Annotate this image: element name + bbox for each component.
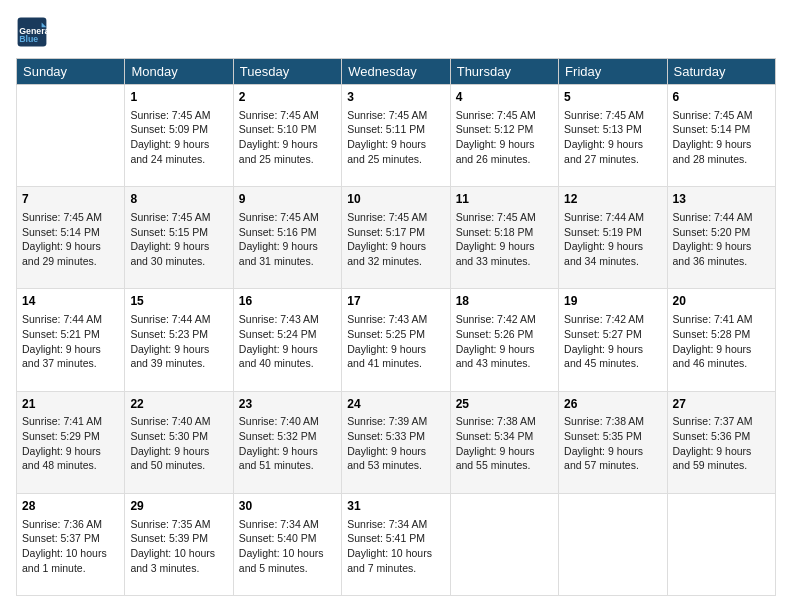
- weekday-header-tuesday: Tuesday: [233, 59, 341, 85]
- day-cell: 4Sunrise: 7:45 AMSunset: 5:12 PMDaylight…: [450, 85, 558, 187]
- day-number: 1: [130, 89, 227, 106]
- day-cell: 22Sunrise: 7:40 AMSunset: 5:30 PMDayligh…: [125, 391, 233, 493]
- day-info: Sunrise: 7:45 AMSunset: 5:11 PMDaylight:…: [347, 109, 427, 165]
- day-cell: 23Sunrise: 7:40 AMSunset: 5:32 PMDayligh…: [233, 391, 341, 493]
- day-number: 19: [564, 293, 661, 310]
- day-number: 10: [347, 191, 444, 208]
- day-info: Sunrise: 7:45 AMSunset: 5:09 PMDaylight:…: [130, 109, 210, 165]
- day-number: 9: [239, 191, 336, 208]
- day-info: Sunrise: 7:42 AMSunset: 5:26 PMDaylight:…: [456, 313, 536, 369]
- day-number: 24: [347, 396, 444, 413]
- day-info: Sunrise: 7:41 AMSunset: 5:28 PMDaylight:…: [673, 313, 753, 369]
- day-cell: 6Sunrise: 7:45 AMSunset: 5:14 PMDaylight…: [667, 85, 775, 187]
- day-cell: 2Sunrise: 7:45 AMSunset: 5:10 PMDaylight…: [233, 85, 341, 187]
- weekday-header-row: SundayMondayTuesdayWednesdayThursdayFrid…: [17, 59, 776, 85]
- day-cell: 5Sunrise: 7:45 AMSunset: 5:13 PMDaylight…: [559, 85, 667, 187]
- day-info: Sunrise: 7:44 AMSunset: 5:20 PMDaylight:…: [673, 211, 753, 267]
- day-cell: 1Sunrise: 7:45 AMSunset: 5:09 PMDaylight…: [125, 85, 233, 187]
- day-info: Sunrise: 7:38 AMSunset: 5:34 PMDaylight:…: [456, 415, 536, 471]
- day-info: Sunrise: 7:45 AMSunset: 5:14 PMDaylight:…: [22, 211, 102, 267]
- weekday-header-wednesday: Wednesday: [342, 59, 450, 85]
- day-number: 13: [673, 191, 770, 208]
- day-number: 15: [130, 293, 227, 310]
- day-number: 26: [564, 396, 661, 413]
- calendar-page: General Blue SundayMondayTuesdayWednesda…: [0, 0, 792, 612]
- day-number: 4: [456, 89, 553, 106]
- week-row-3: 14Sunrise: 7:44 AMSunset: 5:21 PMDayligh…: [17, 289, 776, 391]
- day-info: Sunrise: 7:43 AMSunset: 5:25 PMDaylight:…: [347, 313, 427, 369]
- day-number: 3: [347, 89, 444, 106]
- day-number: 17: [347, 293, 444, 310]
- day-info: Sunrise: 7:41 AMSunset: 5:29 PMDaylight:…: [22, 415, 102, 471]
- day-cell: 16Sunrise: 7:43 AMSunset: 5:24 PMDayligh…: [233, 289, 341, 391]
- day-info: Sunrise: 7:45 AMSunset: 5:12 PMDaylight:…: [456, 109, 536, 165]
- day-cell: 15Sunrise: 7:44 AMSunset: 5:23 PMDayligh…: [125, 289, 233, 391]
- day-number: 29: [130, 498, 227, 515]
- day-number: 2: [239, 89, 336, 106]
- day-info: Sunrise: 7:36 AMSunset: 5:37 PMDaylight:…: [22, 518, 107, 574]
- day-info: Sunrise: 7:38 AMSunset: 5:35 PMDaylight:…: [564, 415, 644, 471]
- day-cell: [17, 85, 125, 187]
- day-cell: 13Sunrise: 7:44 AMSunset: 5:20 PMDayligh…: [667, 187, 775, 289]
- day-number: 21: [22, 396, 119, 413]
- day-info: Sunrise: 7:45 AMSunset: 5:10 PMDaylight:…: [239, 109, 319, 165]
- day-info: Sunrise: 7:40 AMSunset: 5:32 PMDaylight:…: [239, 415, 319, 471]
- day-info: Sunrise: 7:44 AMSunset: 5:19 PMDaylight:…: [564, 211, 644, 267]
- day-info: Sunrise: 7:45 AMSunset: 5:15 PMDaylight:…: [130, 211, 210, 267]
- day-number: 23: [239, 396, 336, 413]
- day-info: Sunrise: 7:45 AMSunset: 5:18 PMDaylight:…: [456, 211, 536, 267]
- week-row-4: 21Sunrise: 7:41 AMSunset: 5:29 PMDayligh…: [17, 391, 776, 493]
- day-number: 27: [673, 396, 770, 413]
- day-cell: 29Sunrise: 7:35 AMSunset: 5:39 PMDayligh…: [125, 493, 233, 595]
- weekday-header-friday: Friday: [559, 59, 667, 85]
- day-cell: 9Sunrise: 7:45 AMSunset: 5:16 PMDaylight…: [233, 187, 341, 289]
- day-cell: 24Sunrise: 7:39 AMSunset: 5:33 PMDayligh…: [342, 391, 450, 493]
- day-info: Sunrise: 7:37 AMSunset: 5:36 PMDaylight:…: [673, 415, 753, 471]
- day-cell: [667, 493, 775, 595]
- day-info: Sunrise: 7:44 AMSunset: 5:21 PMDaylight:…: [22, 313, 102, 369]
- day-cell: 27Sunrise: 7:37 AMSunset: 5:36 PMDayligh…: [667, 391, 775, 493]
- calendar-table: SundayMondayTuesdayWednesdayThursdayFrid…: [16, 58, 776, 596]
- day-info: Sunrise: 7:45 AMSunset: 5:16 PMDaylight:…: [239, 211, 319, 267]
- page-header: General Blue: [16, 16, 776, 48]
- weekday-header-sunday: Sunday: [17, 59, 125, 85]
- week-row-5: 28Sunrise: 7:36 AMSunset: 5:37 PMDayligh…: [17, 493, 776, 595]
- day-info: Sunrise: 7:42 AMSunset: 5:27 PMDaylight:…: [564, 313, 644, 369]
- day-info: Sunrise: 7:45 AMSunset: 5:14 PMDaylight:…: [673, 109, 753, 165]
- day-number: 7: [22, 191, 119, 208]
- day-info: Sunrise: 7:34 AMSunset: 5:41 PMDaylight:…: [347, 518, 432, 574]
- day-number: 14: [22, 293, 119, 310]
- day-number: 16: [239, 293, 336, 310]
- day-number: 28: [22, 498, 119, 515]
- day-cell: 21Sunrise: 7:41 AMSunset: 5:29 PMDayligh…: [17, 391, 125, 493]
- day-cell: 14Sunrise: 7:44 AMSunset: 5:21 PMDayligh…: [17, 289, 125, 391]
- day-info: Sunrise: 7:35 AMSunset: 5:39 PMDaylight:…: [130, 518, 215, 574]
- day-cell: 25Sunrise: 7:38 AMSunset: 5:34 PMDayligh…: [450, 391, 558, 493]
- day-cell: 18Sunrise: 7:42 AMSunset: 5:26 PMDayligh…: [450, 289, 558, 391]
- day-number: 8: [130, 191, 227, 208]
- day-cell: 20Sunrise: 7:41 AMSunset: 5:28 PMDayligh…: [667, 289, 775, 391]
- day-cell: [450, 493, 558, 595]
- day-info: Sunrise: 7:43 AMSunset: 5:24 PMDaylight:…: [239, 313, 319, 369]
- weekday-header-monday: Monday: [125, 59, 233, 85]
- day-cell: 28Sunrise: 7:36 AMSunset: 5:37 PMDayligh…: [17, 493, 125, 595]
- day-number: 31: [347, 498, 444, 515]
- day-cell: 12Sunrise: 7:44 AMSunset: 5:19 PMDayligh…: [559, 187, 667, 289]
- logo: General Blue: [16, 16, 52, 48]
- day-cell: 26Sunrise: 7:38 AMSunset: 5:35 PMDayligh…: [559, 391, 667, 493]
- day-info: Sunrise: 7:45 AMSunset: 5:17 PMDaylight:…: [347, 211, 427, 267]
- week-row-1: 1Sunrise: 7:45 AMSunset: 5:09 PMDaylight…: [17, 85, 776, 187]
- day-number: 5: [564, 89, 661, 106]
- day-number: 12: [564, 191, 661, 208]
- day-number: 6: [673, 89, 770, 106]
- day-cell: 7Sunrise: 7:45 AMSunset: 5:14 PMDaylight…: [17, 187, 125, 289]
- weekday-header-saturday: Saturday: [667, 59, 775, 85]
- day-cell: 8Sunrise: 7:45 AMSunset: 5:15 PMDaylight…: [125, 187, 233, 289]
- day-info: Sunrise: 7:45 AMSunset: 5:13 PMDaylight:…: [564, 109, 644, 165]
- day-number: 11: [456, 191, 553, 208]
- day-cell: 31Sunrise: 7:34 AMSunset: 5:41 PMDayligh…: [342, 493, 450, 595]
- day-cell: 10Sunrise: 7:45 AMSunset: 5:17 PMDayligh…: [342, 187, 450, 289]
- day-info: Sunrise: 7:40 AMSunset: 5:30 PMDaylight:…: [130, 415, 210, 471]
- day-cell: 11Sunrise: 7:45 AMSunset: 5:18 PMDayligh…: [450, 187, 558, 289]
- day-cell: 30Sunrise: 7:34 AMSunset: 5:40 PMDayligh…: [233, 493, 341, 595]
